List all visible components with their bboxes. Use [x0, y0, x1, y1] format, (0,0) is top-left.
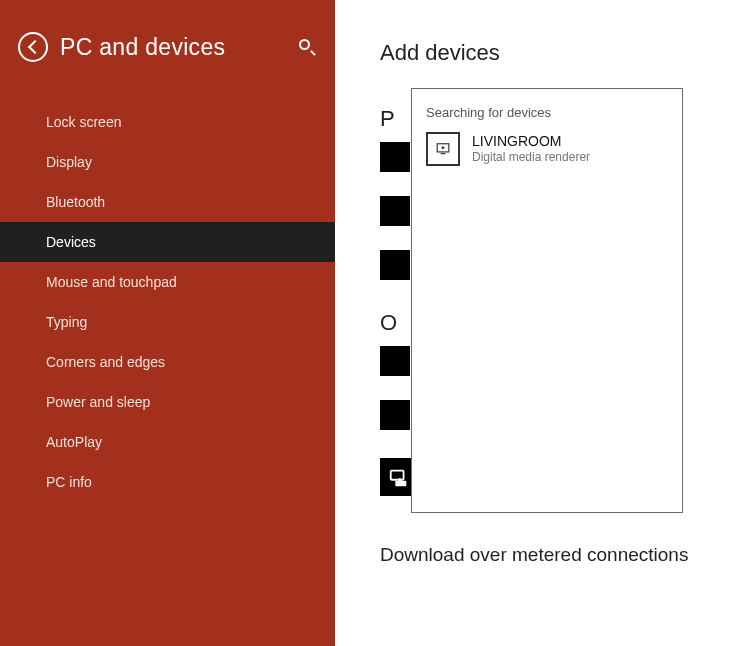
sidebar-item-power-sleep[interactable]: Power and sleep [0, 382, 335, 422]
device-tile[interactable] [380, 196, 410, 226]
device-tile[interactable] [380, 400, 410, 430]
flyout-status-text: Searching for devices [426, 105, 668, 120]
sidebar-item-bluetooth[interactable]: Bluetooth [0, 182, 335, 222]
device-tile[interactable] [380, 142, 410, 172]
sidebar-item-autoplay[interactable]: AutoPlay [0, 422, 335, 462]
svg-marker-4 [442, 146, 446, 150]
svg-rect-0 [391, 471, 404, 480]
back-arrow-icon [27, 40, 41, 54]
sidebar-header: PC and devices [0, 0, 335, 92]
sidebar-item-display[interactable]: Display [0, 142, 335, 182]
svg-rect-1 [395, 481, 406, 487]
sidebar-item-pc-info[interactable]: PC info [0, 462, 335, 502]
flyout-device-item[interactable]: LIVINGROOM Digital media renderer [426, 132, 668, 166]
page-title: Add devices [380, 40, 736, 66]
sidebar: PC and devices Lock screen Display Bluet… [0, 0, 335, 646]
sidebar-item-mouse-touchpad[interactable]: Mouse and touchpad [0, 262, 335, 302]
media-renderer-icon [426, 132, 460, 166]
sidebar-item-corners-edges[interactable]: Corners and edges [0, 342, 335, 382]
sidebar-item-devices[interactable]: Devices [0, 222, 335, 262]
sidebar-nav: Lock screen Display Bluetooth Devices Mo… [0, 102, 335, 502]
flyout-item-name: LIVINGROOM [472, 134, 590, 149]
sidebar-title: PC and devices [60, 34, 299, 61]
search-icon[interactable] [299, 39, 315, 55]
sidebar-item-typing[interactable]: Typing [0, 302, 335, 342]
sidebar-item-lock-screen[interactable]: Lock screen [0, 102, 335, 142]
add-device-flyout: Searching for devices LIVINGROOM Digital… [411, 88, 683, 513]
section-download-heading: Download over metered connections [380, 544, 736, 566]
back-button[interactable] [18, 32, 48, 62]
main-pane: Add devices P O Microsoft® Nano Transcei… [335, 0, 736, 646]
device-tile[interactable] [380, 250, 410, 280]
flyout-item-subtitle: Digital media renderer [472, 150, 590, 164]
device-tile[interactable] [380, 346, 410, 376]
